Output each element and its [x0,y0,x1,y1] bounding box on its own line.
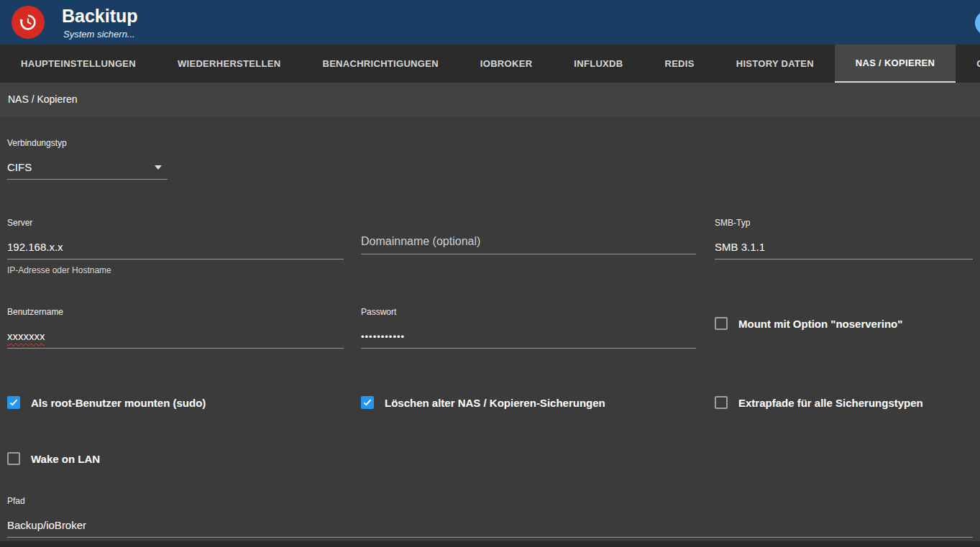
tab-nas-kopieren[interactable]: NAS / KOPIEREN [835,45,956,83]
domainname-field: Domainname (optional) [361,235,696,254]
checkbox-noserverino[interactable]: Mount mit Option "noserverino" [715,317,902,330]
smb-type-select[interactable]: SMB-Typ SMB 3.1.1 [715,218,973,259]
tab-grafana[interactable]: GRAFANA [956,45,980,83]
username-input[interactable]: xxxxxxx [7,330,344,349]
path-field: Pfad Backup/ioBroker [7,496,973,538]
username-label: Benutzername [7,307,344,317]
path-input[interactable]: Backup/ioBroker [7,519,973,538]
checkbox-label: Als root-Benutzer mounten (sudo) [31,397,206,409]
checkbox-icon [361,396,374,409]
checkbox-label: Löschen alter NAS / Kopieren-Sicherungen [385,397,605,409]
tab-benachrichtigungen[interactable]: BENACHRICHTIGUNGEN [301,45,459,83]
path-label: Pfad [7,496,973,506]
tab-label: GRAFANA [976,58,980,69]
server-label: Server [7,218,344,228]
username-field: Benutzername xxxxxxx [7,307,344,349]
checkbox-icon [7,396,20,409]
tab-wiederherstellen[interactable]: WIEDERHERSTELLEN [157,45,301,83]
backitup-config-window: Backitup System sichern... HAUPTEINSTELL… [0,0,980,547]
tab-label: NAS / KOPIEREN [856,58,935,68]
connection-type-value: CIFS [7,161,168,180]
tab-iobroker[interactable]: IOBROKER [459,45,553,83]
section-header: NAS / Kopieren [0,83,980,117]
tab-label: IOBROKER [480,58,532,69]
app-title: Backitup [62,6,138,27]
app-header: Backitup System sichern... [0,0,980,45]
help-fab-button[interactable] [975,11,980,35]
checkbox-root-mount[interactable]: Als root-Benutzer mounten (sudo) [7,396,206,409]
server-helper-text: IP-Adresse oder Hostname [7,265,344,275]
server-field: Server 192.168.x.x IP-Adresse oder Hostn… [7,218,344,275]
section-title: NAS / Kopieren [8,93,78,105]
checkbox-extra-paths[interactable]: Extrapfade für alle Sicherungstypen [715,396,923,409]
checkbox-label: Mount mit Option "noserverino" [738,318,902,330]
footer-divider [0,541,980,547]
password-label: Passwort [361,307,696,317]
password-input[interactable]: ••••••••••• [361,330,696,349]
checkbox-wake-on-lan[interactable]: Wake on LAN [7,452,100,465]
checkbox-label: Wake on LAN [31,453,100,465]
tab-label: HISTORY DATEN [736,58,814,69]
tab-influxdb[interactable]: INFLUXDB [553,45,644,83]
tab-history-daten[interactable]: HISTORY DATEN [715,45,835,83]
tab-haupteinstellungen[interactable]: HAUPTEINSTELLUNGEN [0,45,157,83]
dropdown-arrow-icon [155,165,162,170]
tab-label: INFLUXDB [574,58,623,69]
connection-type-label: Verbindungstyp [7,138,168,148]
backitup-logo-icon [12,6,45,39]
smb-type-label: SMB-Typ [715,218,973,228]
checkbox-icon [7,452,20,465]
tab-bar: HAUPTEINSTELLUNGEN WIEDERHERSTELLEN BENA… [0,45,980,83]
password-field: Passwort ••••••••••• [361,307,696,349]
server-input[interactable]: 192.168.x.x [7,241,344,259]
smb-type-value: SMB 3.1.1 [715,241,973,259]
tab-label: WIEDERHERSTELLEN [178,58,280,69]
domainname-input[interactable]: Domainname (optional) [361,235,696,254]
tab-label: REDIS [664,58,694,69]
app-subtitle: System sichern... [63,29,135,40]
connection-type-select[interactable]: Verbindungstyp CIFS [7,138,168,180]
tab-label: BENACHRICHTIGUNGEN [322,58,438,69]
checkbox-label: Extrapfade für alle Sicherungstypen [738,397,923,409]
tab-redis[interactable]: REDIS [644,45,715,83]
checkbox-delete-old-backups[interactable]: Löschen alter NAS / Kopieren-Sicherungen [361,396,605,409]
checkbox-icon [715,317,728,330]
tab-label: HAUPTEINSTELLUNGEN [21,58,136,69]
checkbox-icon [715,396,728,409]
